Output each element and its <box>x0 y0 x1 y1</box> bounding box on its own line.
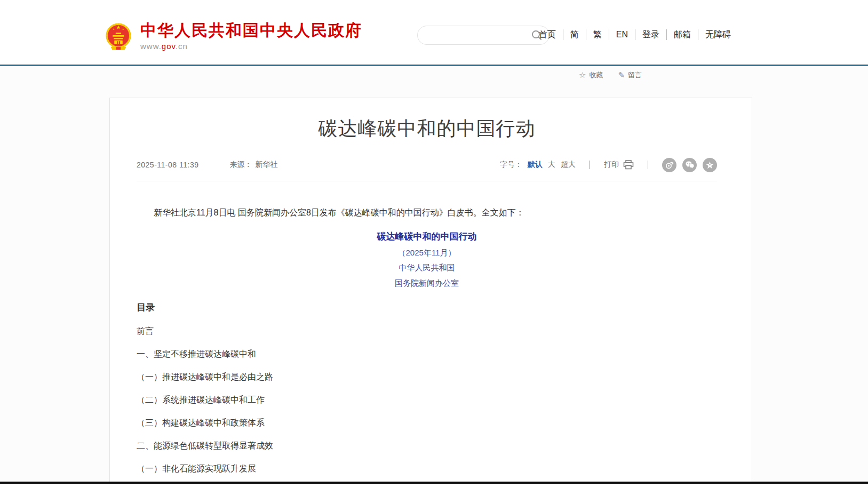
document-date: （2025年11月） <box>137 248 717 257</box>
toc-item-section1: 一、坚定不移推进碳达峰碳中和 <box>137 349 717 358</box>
pencil-icon: ✎ <box>618 70 625 80</box>
weibo-share-icon[interactable] <box>662 158 676 172</box>
toc-item-section1-1: （一）推进碳达峰碳中和是必由之路 <box>137 372 717 381</box>
site-logo[interactable]: 中华人民共和国中央人民政府 www.gov.cn <box>105 21 362 52</box>
font-size-label: 字号： <box>500 160 522 170</box>
print-label: 打印 <box>604 160 619 170</box>
nav-mail[interactable]: 邮箱 <box>666 29 698 40</box>
vertical-separator <box>648 161 648 169</box>
site-url-gov: gov <box>162 42 176 51</box>
header-divider-rule <box>0 65 868 66</box>
article-meta-left: 2025-11-08 11:39 来源： 新华社 <box>137 160 277 170</box>
publish-date: 2025-11-08 11:39 <box>137 161 198 169</box>
nav-login[interactable]: 登录 <box>635 29 666 40</box>
national-emblem-icon <box>105 21 132 52</box>
toc-item-preface: 前言 <box>137 326 717 335</box>
search-box <box>417 26 550 45</box>
page: 中华人民共和国中央人民政府 www.gov.cn 首页 简 繁 EN 登录 邮箱… <box>0 0 868 488</box>
site-url-www: www. <box>140 42 162 51</box>
document-heading-block: 碳达峰碳中和的中国行动 （2025年11月） 中华人民共和国 国务院新闻办公室 <box>137 232 717 288</box>
qzone-star-share-icon[interactable] <box>703 158 717 172</box>
vertical-separator <box>590 161 590 169</box>
toc-title: 目录 <box>137 302 717 313</box>
comment-label: 留言 <box>628 70 642 80</box>
source-value[interactable]: 新华社 <box>255 160 277 170</box>
star-outline-icon: ☆ <box>579 70 586 80</box>
site-url: www.gov.cn <box>140 42 362 51</box>
nav-english[interactable]: EN <box>609 29 635 40</box>
nav-accessibility[interactable]: 无障碍 <box>698 29 731 40</box>
printer-icon <box>623 160 634 170</box>
meta-divider-rule <box>137 181 717 181</box>
top-nav: 首页 简 繁 EN 登录 邮箱 无障碍 <box>532 29 731 40</box>
nav-home[interactable]: 首页 <box>532 29 563 40</box>
document-author-line1: 中华人民共和国 <box>137 263 717 273</box>
favorite-button[interactable]: ☆ 收藏 <box>579 70 603 80</box>
nav-traditional[interactable]: 繁 <box>586 29 609 40</box>
font-size-large[interactable]: 大 <box>548 160 555 170</box>
toc-item-section2: 二、能源绿色低碳转型取得显著成效 <box>137 441 717 450</box>
font-size-xlarge[interactable]: 超大 <box>561 160 576 170</box>
site-header: 中华人民共和国中央人民政府 www.gov.cn 首页 简 繁 EN 登录 邮箱… <box>0 0 868 65</box>
print-button[interactable]: 打印 <box>604 160 634 170</box>
article-card: 碳达峰碳中和的中国行动 2025-11-08 11:39 来源： 新华社 字号：… <box>109 98 752 488</box>
article-meta-row: 2025-11-08 11:39 来源： 新华社 字号： 默认 大 超大 打印 <box>137 159 717 170</box>
comment-button[interactable]: ✎ 留言 <box>618 70 642 80</box>
site-title: 中华人民共和国中央人民政府 <box>140 21 362 39</box>
article-meta-right: 字号： 默认 大 超大 打印 <box>500 158 717 172</box>
site-url-cn: .cn <box>176 42 188 51</box>
share-icons <box>662 158 717 172</box>
article-actions: ☆ 收藏 ✎ 留言 <box>579 70 642 80</box>
article-title: 碳达峰碳中和的中国行动 <box>137 118 717 139</box>
favorite-label: 收藏 <box>589 70 603 80</box>
viewport-bottom-gap <box>0 484 868 488</box>
lead-paragraph: 新华社北京11月8日电 国务院新闻办公室8日发布《碳达峰碳中和的中国行动》白皮书… <box>137 208 717 218</box>
font-size-default[interactable]: 默认 <box>528 160 543 170</box>
source-label: 来源： <box>229 160 252 170</box>
search-input[interactable] <box>418 31 531 39</box>
document-title: 碳达峰碳中和的中国行动 <box>137 232 717 242</box>
document-author-line2: 国务院新闻办公室 <box>137 279 717 288</box>
nav-simplified[interactable]: 简 <box>563 29 586 40</box>
toc-item-section1-2: （二）系统推进碳达峰碳中和工作 <box>137 395 717 404</box>
site-logo-text: 中华人民共和国中央人民政府 www.gov.cn <box>140 21 362 51</box>
wechat-share-icon[interactable] <box>682 158 697 172</box>
toc-item-section1-3: （三）构建碳达峰碳中和政策体系 <box>137 418 717 427</box>
toc-item-section2-1: （一）非化石能源实现跃升发展 <box>137 464 717 473</box>
